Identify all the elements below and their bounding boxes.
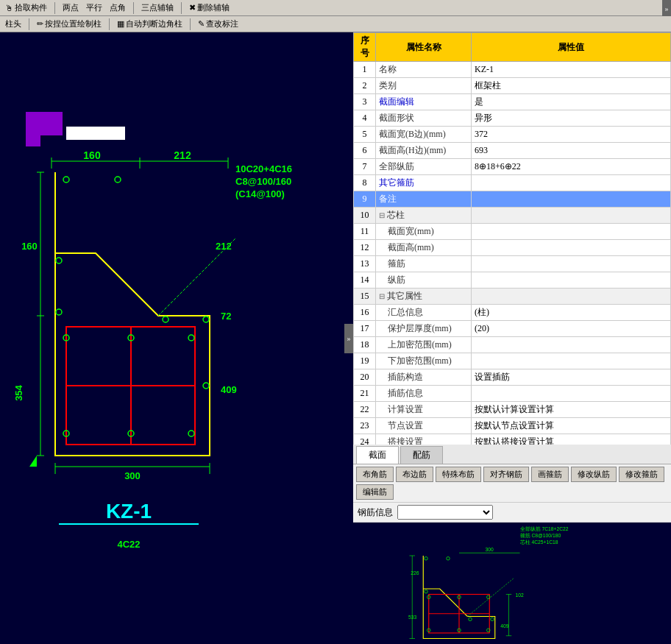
- tab-section[interactable]: 截面: [356, 446, 399, 464]
- row-value: 设置插筋: [472, 369, 671, 386]
- svg-text:300: 300: [124, 470, 141, 481]
- layout-edge-rebar-btn[interactable]: 布边筋: [396, 467, 433, 482]
- two-point-btn[interactable]: 两点: [60, 1, 81, 14]
- draw-column-label: 按捏位置绘制柱: [45, 18, 102, 29]
- row-id: 12: [354, 240, 376, 256]
- table-row[interactable]: 6截面高(H边)(mm)693: [354, 143, 671, 159]
- delete-aux-btn[interactable]: ✖ 删除辅轴: [187, 1, 232, 14]
- row-value: (柱): [472, 305, 671, 321]
- row-id: 9: [354, 191, 376, 208]
- draw-column-btn[interactable]: ✏ 按捏位置绘制柱: [35, 18, 104, 30]
- right-panel: 序号 属性名称 属性值 1名称KZ-12类别框架柱3截面编辑是4截面形状异形5截…: [353, 32, 671, 644]
- expand-btn[interactable]: »: [662, 0, 671, 16]
- table-row[interactable]: 14纵筋: [354, 272, 671, 289]
- three-point-label: 三点辅轴: [141, 2, 174, 13]
- row-value: [472, 386, 671, 402]
- row-id: 14: [354, 272, 376, 289]
- angle-point-btn[interactable]: 点角: [107, 1, 128, 14]
- table-row[interactable]: 15⊟ 其它属性: [354, 289, 671, 305]
- auto-judge-btn[interactable]: ▦ 自动判断边角柱: [115, 18, 185, 30]
- svg-text:533: 533: [408, 615, 417, 620]
- toolbar-row1: 🖱 拾取构件 两点 平行 点角 三点辅轴 ✖ 删除辅轴 »: [0, 0, 671, 16]
- row-name: 其它箍筋: [376, 175, 472, 191]
- row-name: 汇总信息: [376, 305, 472, 321]
- three-point-btn[interactable]: 三点辅轴: [139, 1, 176, 14]
- row-value: [472, 272, 671, 289]
- table-row[interactable]: 17保护层厚度(mm)(20): [354, 321, 671, 337]
- table-row[interactable]: 23节点设置按默认节点设置计算: [354, 418, 671, 434]
- parallel-btn[interactable]: 平行: [84, 1, 104, 14]
- cad-preview-area: 全部纵筋 7C18+2C22 箍筋 C8@100/180 芯柱 4C25+1C1…: [353, 523, 671, 644]
- edit-icon: ✏: [37, 19, 43, 29]
- row-value: [472, 191, 671, 208]
- table-row[interactable]: 24搭接设置按默认搭接设置计算: [354, 434, 671, 445]
- row-id: 16: [354, 305, 376, 321]
- table-row[interactable]: 20插筋构造设置插筋: [354, 369, 671, 386]
- cad-drawing-area: 160 212 10C20+4C16 C8@100/160 (C14@100): [0, 32, 353, 644]
- tab-rebar[interactable]: 配筋: [400, 446, 443, 464]
- row-id: 24: [354, 434, 376, 445]
- edit-mark-label: 查改标注: [206, 18, 238, 29]
- table-row[interactable]: 1名称KZ-1: [354, 62, 671, 78]
- table-row[interactable]: 7全部纵筋8⊕18+6⊕22: [354, 159, 671, 175]
- svg-text:C8@100/160: C8@100/160: [235, 176, 291, 187]
- sep6: [190, 18, 191, 30]
- row-name: 下加密范围(mm): [376, 353, 472, 369]
- row-name: 节点设置: [376, 418, 472, 434]
- edit-mark-btn[interactable]: ✎ 查改标注: [196, 18, 241, 30]
- column-head-btn[interactable]: 柱头: [3, 18, 24, 30]
- table-row[interactable]: 10⊟ 芯柱: [354, 208, 671, 224]
- rebar-info-label: 钢筋信息: [358, 506, 393, 519]
- sep3: [181, 2, 182, 14]
- table-row[interactable]: 4截面形状异形: [354, 110, 671, 127]
- angle-label: 点角: [110, 2, 126, 13]
- row-value: 异形: [472, 110, 671, 127]
- align-rebar-btn[interactable]: 对齐钢筋: [483, 467, 529, 482]
- row-value: 8⊕18+6⊕22: [472, 159, 671, 175]
- modify-long-rebar-btn[interactable]: 修改纵筋: [571, 467, 617, 482]
- svg-text:160: 160: [21, 241, 38, 252]
- table-row[interactable]: 13箍筋: [354, 256, 671, 272]
- table-row[interactable]: 21插筋信息: [354, 386, 671, 402]
- row-name: 名称: [376, 62, 472, 78]
- layout-corner-rebar-btn[interactable]: 布角筋: [356, 467, 394, 482]
- cursor-icon: 🖱: [5, 4, 13, 13]
- table-row[interactable]: 22计算设置按默认计算设置计算: [354, 402, 671, 418]
- table-row[interactable]: 8其它箍筋: [354, 175, 671, 191]
- row-value: KZ-1: [472, 62, 671, 78]
- row-id: 6: [354, 143, 376, 159]
- table-row[interactable]: 12截面高(mm): [354, 240, 671, 256]
- row-value: [472, 289, 671, 305]
- row-id: 19: [354, 353, 376, 369]
- row-name: 截面形状: [376, 110, 472, 127]
- table-row[interactable]: 18上加密范围(mm): [354, 337, 671, 353]
- edit-rebar-btn[interactable]: 编辑筋: [356, 484, 394, 500]
- row-name: 纵筋: [376, 272, 472, 289]
- special-rebar-btn[interactable]: 特殊布筋: [436, 467, 481, 482]
- col-value-header: 属性值: [472, 33, 671, 62]
- pick-component-btn[interactable]: 🖱 拾取构件: [3, 1, 49, 14]
- row-id: 18: [354, 337, 376, 353]
- table-row[interactable]: 5截面宽(B边)(mm)372: [354, 127, 671, 143]
- row-id: 15: [354, 289, 376, 305]
- row-id: 7: [354, 159, 376, 175]
- selected-indicator: [66, 127, 125, 140]
- table-row[interactable]: 9备注: [354, 191, 671, 208]
- table-row[interactable]: 11截面宽(mm): [354, 224, 671, 240]
- table-row[interactable]: 19下加密范围(mm): [354, 353, 671, 369]
- table-row[interactable]: 2类别框架柱: [354, 78, 671, 94]
- row-name: ⊟ 其它属性: [376, 289, 472, 305]
- draw-stirrup-btn[interactable]: 画箍筋: [531, 467, 569, 482]
- modify-stirrup-btn[interactable]: 修改箍筋: [619, 467, 664, 482]
- table-row[interactable]: 3截面编辑是: [354, 94, 671, 110]
- table-row[interactable]: 16汇总信息(柱): [354, 305, 671, 321]
- expand-icon: »: [665, 4, 669, 13]
- column-head-label: 柱头: [5, 18, 21, 29]
- row-name: 截面编辑: [376, 94, 472, 110]
- preview-svg: 全部纵筋 7C18+2C22 箍筋 C8@100/180 芯柱 4C25+1C1…: [353, 523, 671, 644]
- svg-text:芯柱   4C25+1C18: 芯柱 4C25+1C18: [519, 539, 558, 545]
- rebar-info-select[interactable]: [397, 505, 493, 520]
- row-name: 插筋信息: [376, 386, 472, 402]
- row-id: 20: [354, 369, 376, 386]
- panel-collapse-btn[interactable]: »: [344, 324, 353, 353]
